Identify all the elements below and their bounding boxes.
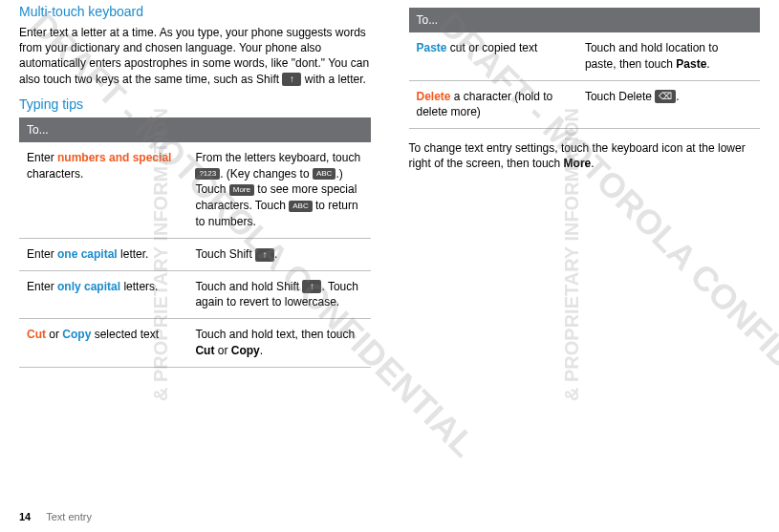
cell-text: From the letters keyboard, touch xyxy=(195,151,360,164)
cell-text: . xyxy=(274,247,277,261)
table-header-to: To... xyxy=(19,117,371,142)
page-footer: 14Text entry xyxy=(19,511,92,522)
delete-key-icon xyxy=(655,90,676,103)
cell-text: Enter xyxy=(27,247,57,261)
keyword-only-capital: only capital xyxy=(57,280,120,293)
shift-key-icon xyxy=(282,73,301,86)
bold-more: More xyxy=(564,157,592,170)
cell-text: cut or copied text xyxy=(447,41,538,54)
intro-paragraph: Enter text a letter at a time. As you ty… xyxy=(19,25,371,87)
table-row: Enter numbers and special characters. Fr… xyxy=(19,142,371,238)
cell-text: . xyxy=(706,57,709,71)
cell-text: letter. xyxy=(118,247,149,261)
shift-key-icon xyxy=(302,280,321,293)
bold-paste: Paste xyxy=(676,57,706,71)
intro-text-b: with a letter. xyxy=(301,73,365,86)
cell-text: characters. xyxy=(27,167,83,181)
table-row: Cut or Copy selected text Touch and hold… xyxy=(19,319,371,368)
settings-paragraph: To change text entry settings, touch the… xyxy=(409,140,761,171)
cell-text: . xyxy=(676,90,679,103)
table-header-to: To... xyxy=(409,8,761,32)
cell-text: Touch Delete xyxy=(585,90,655,103)
num-key-icon: ?123 xyxy=(195,168,220,180)
cell-text: selected text xyxy=(91,328,159,341)
settings-text-b: . xyxy=(591,157,594,170)
cell-text: or xyxy=(214,344,230,357)
keyword-cut: Cut xyxy=(27,328,46,341)
cell-text: Touch and hold Shift xyxy=(195,280,302,293)
cell-text: . xyxy=(260,344,263,357)
table-row: Delete a character (hold to delete more)… xyxy=(409,80,761,129)
bold-copy: Copy xyxy=(231,344,260,357)
table-row: Enter one capital letter. Touch Shift . xyxy=(19,238,371,270)
more-key-icon: More xyxy=(229,184,254,196)
shift-key-icon xyxy=(255,248,274,262)
heading-multi-touch: Multi-touch keyboard xyxy=(19,4,371,19)
keyword-paste: Paste xyxy=(417,41,447,54)
cell-text: letters. xyxy=(120,280,158,293)
cell-text: . (Key changes to xyxy=(220,167,313,181)
table-row: Paste cut or copied text Touch and hold … xyxy=(409,32,761,80)
abc-key-icon: ABC xyxy=(313,168,335,180)
heading-typing-tips: Typing tips xyxy=(19,96,371,112)
keyword-copy: Copy xyxy=(62,328,91,341)
page-number: 14 xyxy=(19,511,31,522)
right-column: To... Paste cut or copied text Touch and… xyxy=(409,4,761,368)
cell-text: Enter xyxy=(27,280,57,293)
typing-tips-table-cont: To... Paste cut or copied text Touch and… xyxy=(409,8,761,129)
cell-text: Enter xyxy=(27,151,57,164)
keyword-numbers-special: numbers and special xyxy=(57,151,171,164)
left-column: Multi-touch keyboard Enter text a letter… xyxy=(19,4,371,368)
keyword-one-capital: one capital xyxy=(57,247,118,261)
bold-cut: Cut xyxy=(195,344,214,357)
cell-text: Touch and hold text, then touch xyxy=(195,328,355,341)
keyword-delete: Delete xyxy=(417,90,451,103)
cell-text: Touch Shift xyxy=(195,247,255,261)
cell-text: or xyxy=(46,328,62,341)
typing-tips-table: To... Enter numbers and special characte… xyxy=(19,117,371,368)
table-row: Enter only capital letters. Touch and ho… xyxy=(19,270,371,319)
footer-section: Text entry xyxy=(46,511,92,522)
abc-key-icon: ABC xyxy=(289,201,312,212)
